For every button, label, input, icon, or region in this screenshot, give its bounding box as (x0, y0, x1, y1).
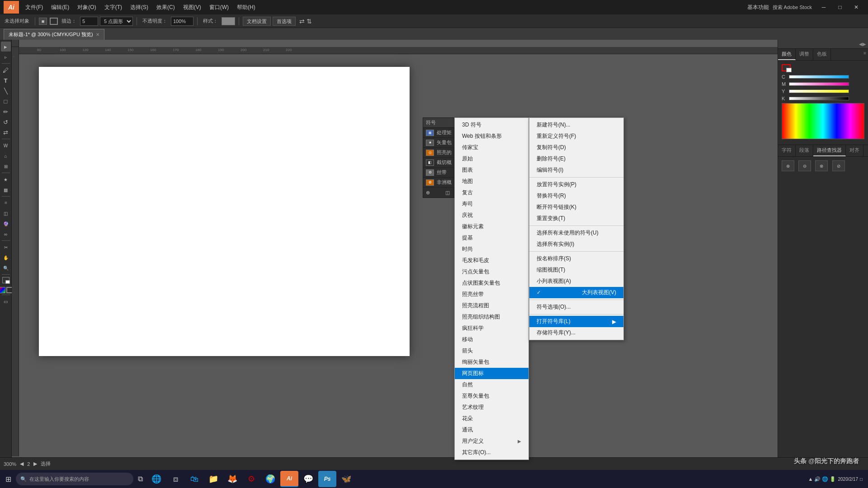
taskbar-wechat[interactable]: 💬 (299, 471, 317, 487)
doc-settings-button[interactable]: 文档设置 (243, 17, 271, 26)
menu-item-heirloom[interactable]: 传家宝 (455, 142, 528, 153)
task-view-btn[interactable]: ⧉ (134, 471, 146, 487)
symbol-place-btn[interactable]: ◫ (445, 190, 450, 196)
menu-item-primitive[interactable]: 原始 (455, 153, 528, 164)
menu-item-3d[interactable]: 3D 符号 (455, 119, 528, 131)
hand-tool[interactable]: ✋ (1, 253, 11, 263)
taskbar-photoshop[interactable]: Ps (318, 471, 336, 487)
taskbar-search[interactable]: 🔍 在这里输入你要搜索的内容 (16, 473, 133, 485)
menu-window[interactable]: 窗口(W) (206, 2, 232, 13)
tab-swatches[interactable]: 色板 (813, 49, 831, 60)
menu-item-mobile[interactable]: 移动 (455, 334, 528, 345)
menu-help[interactable]: 帮助(H) (233, 2, 259, 13)
fill-indicator[interactable] (782, 64, 791, 71)
sub-place[interactable]: 放置符号实例(P) (529, 179, 623, 190)
opacity-input[interactable] (171, 17, 193, 26)
unite-btn[interactable]: ⊕ (782, 160, 794, 171)
sub-reset-transform[interactable]: 重置变换(T) (529, 213, 623, 224)
taskbar-app3[interactable]: 🌍 (261, 471, 279, 487)
gradient-tool[interactable]: ◫ (1, 208, 11, 218)
tab-close-icon[interactable]: ✕ (96, 32, 99, 37)
sub-duplicate[interactable]: 复制符号(D) (529, 142, 623, 153)
menu-item-userdef[interactable]: 用户定义 ▶ (455, 436, 528, 447)
stroke-color-box[interactable] (5, 280, 10, 284)
taskbar-illustrator[interactable]: Ai (280, 471, 298, 487)
sub-select-unused[interactable]: 选择所有未使用的符号(U) (529, 227, 623, 239)
menu-text[interactable]: 文字(T) (101, 2, 126, 13)
fill-swatch[interactable]: ■ (39, 18, 47, 25)
c-slider[interactable] (789, 75, 849, 79)
style-preview[interactable] (222, 17, 235, 25)
artboard[interactable] (39, 67, 410, 356)
sub-sort-name[interactable]: 按名称排序(S) (529, 253, 623, 264)
menu-item-ribbon[interactable]: 照亮丝带 (455, 289, 528, 300)
pen-tool[interactable]: 🖊 (1, 65, 11, 75)
close-button[interactable]: ✕ (848, 0, 864, 14)
stroke-swatch[interactable] (50, 18, 58, 25)
artboard-tool[interactable]: ▭ (1, 296, 11, 306)
blend-tool[interactable]: ∞ (1, 229, 11, 239)
taskbar-firefox[interactable]: 🦊 (223, 471, 241, 487)
sub-delete[interactable]: 删除符号(E) (529, 153, 623, 164)
menu-item-flower[interactable]: 花朵 (455, 413, 528, 424)
line-tool[interactable]: ╲ (1, 86, 11, 96)
menu-item-webicon[interactable]: 网页图标 (455, 368, 528, 379)
first-item-button[interactable]: 首选项 (273, 17, 296, 26)
taskbar-multiwindow[interactable]: ⧈ (166, 471, 184, 487)
rect-tool[interactable]: □ (1, 96, 11, 106)
zoom-level[interactable]: 300% (4, 461, 16, 467)
sub-break-link[interactable]: 断开符号链接(K) (529, 202, 623, 213)
menu-item-vector[interactable]: 绚丽矢量包 (455, 357, 528, 368)
tab-character[interactable]: 字符 (778, 145, 796, 156)
paint-brush-tool[interactable]: ✏ (1, 107, 11, 117)
mirror-tool[interactable]: ⇄ (1, 127, 11, 137)
menu-item-fashion[interactable]: 时尚 (455, 244, 528, 255)
sub-new-symbol[interactable]: 新建符号(N)... (529, 119, 623, 131)
canvas-area[interactable]: 80 100 120 140 150 160 170 180 190 200 2… (12, 40, 778, 470)
menu-item-hair[interactable]: 毛发和毛皮 (455, 255, 528, 266)
stroke-weight-input[interactable] (80, 17, 98, 26)
exclude-btn[interactable]: ⊘ (832, 160, 845, 171)
menu-item-supreme[interactable]: 至尊矢量包 (455, 390, 528, 402)
menu-item-flowchart[interactable]: 照亮流程图 (455, 300, 528, 311)
menu-item-polkadot[interactable]: 点状图案矢量包 (455, 277, 528, 289)
menu-select[interactable]: 选择(S) (127, 2, 152, 13)
sub-symbol-options[interactable]: 符号选项(O)... (529, 301, 623, 313)
menu-edit[interactable]: 编辑(E) (47, 2, 73, 13)
sub-edit[interactable]: 编辑符号(I) (529, 164, 623, 176)
tab-color[interactable]: 颜色 (778, 49, 796, 60)
taskbar-app4[interactable]: 🦋 (337, 471, 355, 487)
taskbar-app2[interactable]: ⚙ (242, 471, 260, 487)
tab-adjust[interactable]: 调整 (796, 49, 813, 60)
menu-item-sushi[interactable]: 寿司 (455, 198, 528, 210)
menu-item-web[interactable]: Web 按钮和条形 (455, 131, 528, 142)
sub-replace[interactable]: 替换符号(R) (529, 190, 623, 202)
transform-icon[interactable]: ⇄ (299, 18, 305, 25)
menu-effect[interactable]: 效果(C) (153, 2, 179, 13)
free-transform-tool[interactable]: ⊞ (1, 161, 11, 171)
menu-view[interactable]: 视图(V) (179, 2, 205, 13)
sub-open-library[interactable]: 打开符号库(L) ▶ (529, 316, 623, 327)
menu-object[interactable]: 对象(O) (74, 2, 99, 13)
minus-front-btn[interactable]: ⊖ (798, 160, 811, 171)
minimize-button[interactable]: ─ (816, 0, 832, 14)
width-tool[interactable]: W (1, 141, 11, 150)
menu-item-retro[interactable]: 复古 (455, 187, 528, 198)
start-button[interactable]: ⊞ (2, 471, 15, 487)
menu-item-nature[interactable]: 自然 (455, 379, 528, 390)
sub-save-library[interactable]: 存储符号库(Y)... (529, 327, 623, 338)
menu-item-arrow[interactable]: 箭头 (455, 345, 528, 357)
warp-tool[interactable]: ⌂ (1, 151, 11, 161)
align-icon[interactable]: ⇅ (307, 18, 312, 25)
sub-select-instances[interactable]: 选择所有实例(I) (529, 239, 623, 250)
sub-small-list[interactable]: 小列表视图(A) (529, 276, 623, 287)
sub-large-list[interactable]: ✓ 大列表视图(V) (529, 287, 623, 298)
page-next-btn[interactable]: ▶ (33, 461, 37, 467)
sub-thumbnail-view[interactable]: 缩图视图(T) (529, 264, 623, 276)
taskbar-store[interactable]: 🛍 (185, 471, 203, 487)
tab-pathfinder[interactable]: 路径查找器 (813, 145, 846, 156)
eyedropper-tool[interactable]: 🔮 (1, 219, 11, 229)
menu-item-celebrate[interactable]: 庆祝 (455, 210, 528, 221)
taskbar-datetime[interactable]: 2020/2/17 (838, 477, 858, 482)
scissors-tool[interactable]: ✂ (1, 242, 11, 252)
